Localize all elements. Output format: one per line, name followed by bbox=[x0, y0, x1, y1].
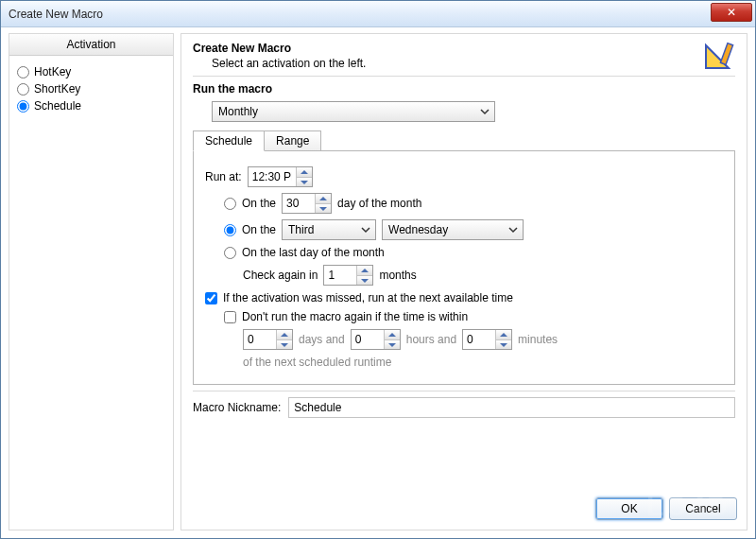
chevron-down-icon bbox=[360, 224, 371, 238]
spinner-up-icon[interactable] bbox=[385, 330, 400, 339]
cancel-button[interactable]: Cancel bbox=[669, 497, 737, 520]
nickname-input[interactable] bbox=[288, 397, 735, 418]
option-day-number[interactable]: On the day of the month bbox=[224, 193, 723, 214]
sidebar-item-shortkey[interactable]: ShortKey bbox=[17, 82, 165, 96]
radio-shortkey[interactable] bbox=[17, 83, 29, 96]
sidebar-item-label: Schedule bbox=[34, 99, 81, 113]
option-last-day[interactable]: On the last day of the month bbox=[224, 246, 723, 259]
checkbox-missed[interactable] bbox=[205, 292, 217, 304]
day-number-input[interactable] bbox=[283, 194, 315, 213]
weekday-value: Wednesday bbox=[388, 223, 448, 236]
window: Create New Macro ✕ Activation HotKey Sho… bbox=[0, 0, 756, 539]
sidebar-item-hotkey[interactable]: HotKey bbox=[17, 65, 165, 78]
option-day-name[interactable]: On the Third Wednesday bbox=[224, 219, 723, 240]
radio-schedule[interactable] bbox=[17, 100, 29, 113]
spinner-down-icon[interactable] bbox=[496, 339, 511, 349]
checkbox-dont-run[interactable] bbox=[224, 311, 236, 323]
chevron-down-icon bbox=[507, 224, 519, 238]
weekday-dropdown[interactable]: Wednesday bbox=[382, 219, 524, 240]
run-at-time-spinner[interactable] bbox=[248, 166, 313, 187]
minutes-input[interactable] bbox=[463, 330, 495, 349]
label: day of the month bbox=[337, 197, 421, 210]
page-title: Create New Macro bbox=[193, 42, 735, 55]
radio-hotkey[interactable] bbox=[17, 66, 29, 78]
missed-activation-row[interactable]: If the activation was missed, run at the… bbox=[205, 291, 723, 304]
label: days and bbox=[299, 333, 345, 346]
page-subtitle: Select an activation on the left. bbox=[212, 57, 735, 70]
spinner-up-icon[interactable] bbox=[496, 330, 511, 339]
frequency-value: Monthly bbox=[218, 105, 258, 118]
day-number-spinner[interactable] bbox=[282, 193, 332, 214]
label: On the bbox=[242, 197, 276, 210]
nickname-label: Macro Nickname: bbox=[193, 401, 281, 414]
check-again-spinner[interactable] bbox=[323, 265, 373, 286]
dialog-body: Activation HotKey ShortKey Schedule bbox=[1, 27, 755, 538]
tab-schedule[interactable]: Schedule bbox=[193, 130, 265, 151]
spinner-down-icon[interactable] bbox=[385, 339, 400, 349]
schedule-tabs: Schedule Range Run at: bbox=[193, 130, 735, 385]
hours-spinner[interactable] bbox=[351, 329, 401, 350]
sidebar-item-label: ShortKey bbox=[34, 82, 80, 96]
ruler-pencil-icon bbox=[703, 40, 737, 74]
dont-run-foot: of the next scheduled runtime bbox=[243, 356, 723, 369]
label: On the last day of the month bbox=[242, 246, 385, 259]
check-again-input[interactable] bbox=[324, 266, 356, 285]
tab-range[interactable]: Range bbox=[264, 130, 321, 151]
dont-run-row[interactable]: Don't run the macro again if the time is… bbox=[224, 310, 723, 323]
hours-input[interactable] bbox=[352, 330, 384, 349]
label: months bbox=[379, 269, 416, 282]
days-input[interactable] bbox=[244, 330, 276, 349]
spinner-down-icon[interactable] bbox=[316, 203, 331, 213]
minutes-spinner[interactable] bbox=[462, 329, 512, 350]
window-title: Create New Macro bbox=[9, 8, 103, 21]
label: On the bbox=[242, 223, 276, 236]
chevron-down-icon bbox=[479, 106, 490, 120]
divider bbox=[193, 76, 735, 77]
run-at-label: Run at: bbox=[205, 170, 242, 183]
frequency-dropdown[interactable]: Monthly bbox=[212, 101, 495, 122]
close-icon: ✕ bbox=[727, 6, 736, 19]
label: hours and bbox=[406, 333, 456, 346]
activation-radio-group: HotKey ShortKey Schedule bbox=[9, 56, 173, 122]
ok-button[interactable]: OK bbox=[595, 497, 663, 520]
divider bbox=[193, 391, 735, 391]
radio-day-number[interactable] bbox=[224, 198, 236, 210]
label: minutes bbox=[518, 333, 558, 346]
dont-run-values: days and hours and minutes bbox=[243, 329, 723, 350]
main-panel: Create New Macro Select an activation on… bbox=[180, 33, 747, 530]
close-button[interactable]: ✕ bbox=[711, 3, 752, 22]
sidebar: Activation HotKey ShortKey Schedule bbox=[9, 33, 174, 530]
ordinal-value: Third bbox=[288, 223, 314, 236]
radio-last-day[interactable] bbox=[224, 247, 236, 259]
spinner-down-icon[interactable] bbox=[357, 275, 372, 285]
label: If the activation was missed, run at the… bbox=[223, 291, 513, 304]
spinner-down-icon[interactable] bbox=[277, 339, 292, 349]
tab-body-schedule: Run at: On the bbox=[193, 150, 735, 385]
days-spinner[interactable] bbox=[243, 329, 293, 350]
titlebar: Create New Macro ✕ bbox=[1, 1, 755, 27]
check-again-label: Check again in bbox=[243, 269, 318, 282]
spinner-up-icon[interactable] bbox=[357, 266, 372, 275]
radio-day-name[interactable] bbox=[224, 224, 236, 236]
spinner-up-icon[interactable] bbox=[297, 167, 312, 177]
sidebar-item-schedule[interactable]: Schedule bbox=[17, 99, 165, 113]
svg-rect-1 bbox=[720, 43, 732, 65]
sidebar-item-label: HotKey bbox=[34, 65, 71, 78]
spinner-down-icon[interactable] bbox=[297, 177, 312, 186]
ordinal-dropdown[interactable]: Third bbox=[282, 219, 376, 240]
label: Don't run the macro again if the time is… bbox=[242, 310, 468, 323]
sidebar-header: Activation bbox=[9, 34, 173, 56]
spinner-up-icon[interactable] bbox=[316, 194, 331, 203]
run-macro-label: Run the macro bbox=[193, 82, 735, 96]
spinner-up-icon[interactable] bbox=[277, 330, 292, 339]
run-at-time-input[interactable] bbox=[249, 167, 296, 186]
